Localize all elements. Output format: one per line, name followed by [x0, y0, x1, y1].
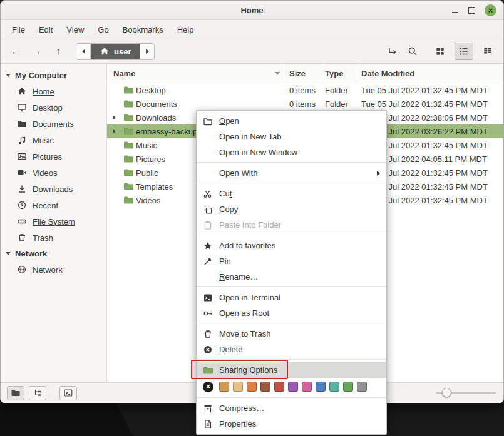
- color-swatch[interactable]: [302, 382, 312, 392]
- section-expander-icon: [6, 252, 11, 255]
- color-swatch[interactable]: [233, 382, 243, 392]
- menu-item-label: Open With: [219, 168, 257, 178]
- sidebar-item-desktop[interactable]: Desktop: [1, 99, 106, 116]
- menu-item-delete[interactable]: Delete: [197, 342, 386, 357]
- menu-item-rename[interactable]: Rename…: [197, 269, 386, 285]
- search-icon: [408, 46, 418, 56]
- trash-icon: [17, 233, 27, 243]
- sidebar-section-network[interactable]: Network: [1, 246, 106, 261]
- menu-item-properties[interactable]: Properties: [197, 416, 386, 432]
- file-row-desktop[interactable]: Desktop0 itemsFolderTue 05 Jul 2022 01:3…: [107, 83, 503, 97]
- menu-item-cut[interactable]: Cut: [197, 186, 386, 201]
- menu-item-open-with[interactable]: Open With: [197, 165, 386, 181]
- menu-help[interactable]: Help: [171, 23, 200, 37]
- folder-icon: [123, 181, 133, 191]
- toggle-terminal-button[interactable]: [59, 386, 77, 400]
- sidebar-item-recent[interactable]: Recent: [1, 197, 106, 213]
- sidebar-item-trash[interactable]: Trash: [1, 230, 106, 246]
- sidebar-item-network[interactable]: Network: [1, 261, 106, 278]
- menu-view[interactable]: View: [60, 23, 90, 37]
- menu-item-compress[interactable]: Compress…: [197, 400, 386, 416]
- sidebar-item-documents[interactable]: Documents: [1, 116, 106, 132]
- sidebar-item-home[interactable]: Home: [1, 83, 106, 99]
- folder-color-row: ×: [197, 378, 386, 395]
- breadcrumb-left-button[interactable]: [76, 44, 91, 59]
- sidebar-item-music[interactable]: Music: [1, 132, 106, 148]
- breadcrumb-user-button[interactable]: user: [91, 44, 140, 59]
- menu-file[interactable]: File: [6, 23, 31, 37]
- sidebar-item-videos[interactable]: Videos: [1, 165, 106, 181]
- list-view-button[interactable]: [455, 43, 473, 60]
- menu-go[interactable]: Go: [91, 23, 115, 37]
- file-row-documents[interactable]: Documents0 itemsFolderTue 05 Jul 2022 01…: [107, 97, 503, 111]
- menu-item-add-to-favorites[interactable]: Add to favorites: [197, 238, 386, 253]
- menu-item-label: Sharing Options: [219, 365, 277, 375]
- file-date: Tue 05 Jul 2022 01:32:45 PM MDT: [357, 99, 503, 109]
- sidebar-item-pictures[interactable]: Pictures: [1, 148, 106, 165]
- color-swatch[interactable]: [288, 382, 298, 392]
- menu-item-open-in-new-tab[interactable]: Open in New Tab: [197, 129, 386, 144]
- column-header-date[interactable]: Date Modified: [357, 64, 503, 83]
- menu-item-open-in-new-window[interactable]: Open in New Window: [197, 144, 386, 160]
- menu-item-open-as-root[interactable]: Open as Root: [197, 305, 386, 321]
- sidebar-item-label: Desktop: [33, 103, 63, 113]
- toggle-places-button[interactable]: [7, 386, 24, 400]
- file-name: Music: [136, 141, 157, 150]
- back-button[interactable]: ←: [6, 43, 26, 60]
- sidebar-item-label: Downloads: [33, 185, 73, 194]
- column-header-type[interactable]: Type: [321, 64, 357, 83]
- menu-item-pin[interactable]: Pin: [197, 253, 386, 269]
- share-icon: [203, 365, 219, 375]
- clear-color-button[interactable]: ×: [203, 382, 213, 392]
- icon-view-button[interactable]: [431, 43, 450, 60]
- zoom-slider[interactable]: [436, 392, 496, 394]
- file-name: Public: [136, 168, 158, 178]
- close-button[interactable]: ×: [485, 4, 496, 16]
- up-button[interactable]: ↑: [48, 43, 68, 60]
- breadcrumb-right-button[interactable]: [140, 44, 154, 59]
- menu-item-label: Compress…: [219, 403, 264, 413]
- search-button[interactable]: [403, 43, 422, 60]
- color-swatch[interactable]: [260, 382, 270, 392]
- color-swatch[interactable]: [247, 382, 257, 392]
- titlebar[interactable]: Home ×: [1, 1, 503, 20]
- menu-item-label: Delete: [219, 345, 243, 354]
- menu-separator: [197, 286, 386, 287]
- toggle-location-entry-button[interactable]: [383, 43, 402, 60]
- zoom-track[interactable]: [436, 392, 496, 394]
- color-swatch[interactable]: [357, 382, 367, 392]
- column-header-name[interactable]: Name: [107, 64, 285, 83]
- menu-bookmarks[interactable]: Bookmarks: [116, 23, 170, 37]
- favorite-icon: [203, 241, 219, 251]
- menu-item-open-in-terminal[interactable]: Open in Terminal: [197, 290, 386, 305]
- sidebar-item-downloads[interactable]: Downloads: [1, 181, 106, 197]
- maximize-button[interactable]: [468, 7, 475, 14]
- column-header-size[interactable]: Size: [285, 64, 321, 83]
- minimize-button[interactable]: [451, 6, 459, 14]
- treeview-icon: [33, 388, 43, 398]
- sidebar-item-file-system[interactable]: File System: [1, 213, 106, 230]
- color-swatch[interactable]: [343, 382, 353, 392]
- color-swatch[interactable]: [219, 382, 229, 392]
- menu-edit[interactable]: Edit: [33, 23, 59, 37]
- sidebar-section-my-computer[interactable]: My Computer: [1, 68, 106, 83]
- expander-icon[interactable]: [113, 129, 121, 133]
- toggle-treeview-button[interactable]: [29, 386, 46, 400]
- menu-item-move-to-trash[interactable]: Move to Trash: [197, 326, 386, 342]
- expander-icon[interactable]: [113, 116, 121, 119]
- menu-item-copy[interactable]: Copy: [197, 201, 386, 217]
- color-swatch[interactable]: [316, 382, 326, 392]
- forward-button[interactable]: →: [27, 43, 47, 60]
- file-name: Pictures: [136, 155, 165, 164]
- file-name: Videos: [136, 196, 161, 205]
- paste-icon: [203, 220, 219, 230]
- menu-separator: [197, 235, 386, 235]
- compact-view-button[interactable]: [478, 43, 497, 60]
- sidebar-item-label: Trash: [33, 233, 53, 243]
- menu-item-open[interactable]: Open: [197, 113, 386, 129]
- color-swatch[interactable]: [274, 382, 284, 392]
- color-swatch[interactable]: [329, 382, 339, 392]
- zoom-knob[interactable]: [442, 388, 451, 397]
- menu-item-sharing-options[interactable]: Sharing Options: [197, 362, 386, 378]
- folder-icon: [123, 99, 133, 109]
